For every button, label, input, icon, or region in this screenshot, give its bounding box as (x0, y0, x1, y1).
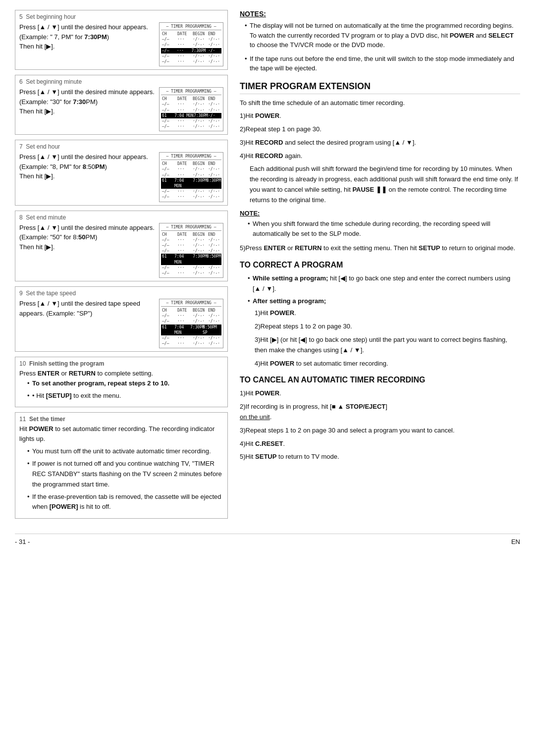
cancel-step-5: 5)Hit SETUP to return to TV mode. (240, 452, 520, 462)
notes-list: The display will not be turned on automa… (240, 21, 520, 73)
step-7-header: 7 Set end hour (19, 143, 223, 150)
timer-program-extension: TIMER PROGRAM EXTENSION To shift the tim… (240, 81, 520, 254)
step-8-header: 8 Set end minute (19, 214, 223, 221)
step-10-bullets: To set another program, repeat steps 2 t… (19, 378, 223, 401)
step-11-section: 11 Set the timer Hit POWER to set automa… (15, 412, 228, 519)
step-8-text: Press [▲ / ▼] until the desired minute a… (19, 223, 155, 278)
correct-program-section: TO CORRECT A PROGRAM While setting a pro… (240, 261, 520, 369)
step-6-header: 6 Set beginning minute (19, 78, 223, 85)
step-6-text: Press [▲ / ▼] until the desired minute a… (19, 87, 155, 131)
correct-after-4: 4)Hit POWER to set automatic timer recor… (255, 359, 520, 369)
timer-box-8: – TIMER PROGRAMMING – CHDATEBEGINEND –/–… (159, 223, 223, 278)
timer-step-3: 3)Hit RECORD and select the desired prog… (240, 138, 520, 148)
correct-program-heading: TO CORRECT A PROGRAM (240, 261, 520, 270)
correct-after-3: 3)Hit [▶] (or hit [◀] to go back one ste… (255, 335, 520, 356)
timer-step-4: 4)Hit RECORD again. (240, 151, 520, 162)
step-5-header: 5 Set beginning hour (19, 13, 223, 20)
correct-after-1: 1)Hit POWER. (255, 308, 520, 319)
notes-item-1: The display will not be turned on automa… (245, 21, 520, 50)
step-10-text: Press ENTER or RETURN to complete settin… (19, 369, 223, 378)
cancel-recording-section: TO CANCEL AN AUTOMATIC TIMER RECORDING 1… (240, 376, 520, 462)
timer-box-6: – TIMER PROGRAMMING – CHDATEBEGINEND –/–… (159, 87, 223, 131)
step-11-bullet-2: If power is not turned off and you conti… (27, 459, 223, 489)
step-11-bullet-1: You must turn off the unit to activate a… (27, 446, 223, 457)
timer-step-5: 5)Press ENTER or RETURN to exit the sett… (240, 243, 520, 254)
timer-box-5: – TIMER PROGRAMMING – CHDATEBEGINEND –/–… (159, 22, 223, 66)
step-5-section: 5 Set beginning hour Press [▲ / ▼] until… (15, 10, 228, 70)
step-11-text: Hit POWER to set automatic timer recordi… (19, 424, 223, 443)
timer-step-4-detail: Each additional push will shift forward … (240, 164, 520, 205)
timer-box-9: – TIMER PROGRAMMING – CHDATEBEGINEND –/–… (159, 299, 223, 348)
note-bullets: When you shift forward the time schedule… (240, 219, 520, 240)
step-10-bullet-1: To set another program, repeat steps 2 t… (27, 378, 223, 389)
timer-extension-heading: TIMER PROGRAM EXTENSION (240, 81, 520, 94)
step-9-header: 9 Set the tape speed (19, 290, 223, 297)
left-column: 5 Set beginning hour Press [▲ / ▼] until… (15, 10, 228, 524)
step-11-bullet-3: If the erase-prevention tab is removed, … (27, 492, 223, 513)
timer-step-2: 2)Repeat step 1 on page 30. (240, 124, 520, 135)
step-9-section: 9 Set the tape speed Press [▲ / ▼] until… (15, 286, 228, 352)
note-box-timer: NOTE: When you shift forward the time sc… (240, 210, 520, 240)
cancel-step-4: 4)Hit C.RESET. (240, 439, 520, 449)
step-8-section: 8 Set end minute Press [▲ / ▼] until the… (15, 211, 228, 282)
notes-item-2: If the tape runs out before the end time… (245, 54, 520, 73)
cancel-step-2-underline: on the unit (240, 413, 270, 421)
step-10-header: 10 Finish setting the program (19, 360, 223, 367)
step-10-section: 10 Finish setting the program Press ENTE… (15, 357, 228, 407)
step-7-section: 7 Set end hour Press [▲ / ▼] until the d… (15, 140, 228, 205)
notes-section: NOTES: The display will not be turned on… (240, 10, 520, 73)
right-column: NOTES: The display will not be turned on… (240, 10, 520, 524)
note-title: NOTE: (240, 210, 520, 217)
timer-extension-intro: To shift the time schedule of an automat… (240, 98, 520, 108)
footer-page-number: - 31 - (15, 538, 30, 545)
correct-after-2: 2)Repeat steps 1 to 2 on page 30. (255, 322, 520, 332)
step-10-bullet-2: • Hit [SETUP] to exit the menu. (27, 391, 223, 401)
timer-step-1: 1)Hit POWER. (240, 111, 520, 121)
step-11-header: 11 Set the timer (19, 416, 223, 423)
correct-program-bullets: While setting a program; hit [◀] to go b… (240, 273, 520, 369)
step-6-section: 6 Set beginning minute Press [▲ / ▼] unt… (15, 75, 228, 135)
step-5-text: Press [▲ / ▼] until the desired hour app… (19, 22, 155, 66)
note-bullet-1: When you shift forward the time schedule… (248, 219, 520, 240)
correct-bullet-2: After setting a program; 1)Hit POWER. 2)… (248, 296, 520, 369)
cancel-recording-heading: TO CANCEL AN AUTOMATIC TIMER RECORDING (240, 376, 520, 384)
notes-title: NOTES: (240, 10, 520, 18)
cancel-step-2: 2)If recording is in progress, hit [■ ▲ … (240, 402, 520, 423)
footer-en-label: EN (511, 538, 520, 545)
cancel-step-1: 1)Hit POWER. (240, 388, 520, 399)
timer-box-7: – TIMER PROGRAMMING – CHDATEBEGINEND –/–… (159, 152, 223, 202)
step-9-text: Press [▲ / ▼] until the desired tape spe… (19, 299, 155, 348)
page-footer: - 31 - EN (15, 534, 520, 545)
step-7-text: Press [▲ / ▼] until the desired hour app… (19, 152, 155, 202)
step-11-bullets: You must turn off the unit to activate a… (19, 446, 223, 512)
correct-bullet-1: While setting a program; hit [◀] to go b… (248, 273, 520, 294)
cancel-step-3: 3)Repeat steps 1 to 2 on page 30 and sel… (240, 426, 520, 436)
